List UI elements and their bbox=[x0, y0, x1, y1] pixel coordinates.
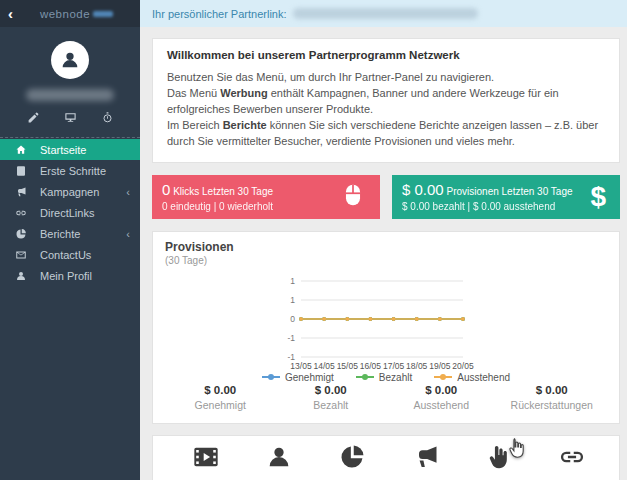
welcome-text-segment: Werbung bbox=[220, 87, 267, 99]
shortcut-directlinks[interactable]: DirectLinks bbox=[536, 445, 609, 480]
summary-label: Ausstehend bbox=[386, 399, 497, 411]
svg-text:14/05: 14/05 bbox=[314, 361, 336, 371]
legend-swatch bbox=[262, 376, 280, 378]
sidebar: ‹ webnode StartseiteErste SchritteKampag… bbox=[0, 0, 140, 480]
summary-value: $ 0.00 bbox=[276, 384, 387, 396]
chart-subtitle: (30 Tage) bbox=[165, 255, 607, 266]
sidebar-header: ‹ webnode bbox=[0, 0, 140, 27]
summary-genehmigt: $ 0.00Genehmigt bbox=[165, 384, 276, 411]
topbar: Ihr persönlicher Partnerlink: bbox=[140, 0, 627, 27]
sidebar-item-label: Erste Schritte bbox=[40, 165, 106, 177]
commissions-stat-card[interactable]: $ 0.00 Provisionen Letzten 30 Tage $ 0.0… bbox=[392, 175, 620, 219]
monitor-icon[interactable] bbox=[64, 111, 77, 124]
sidebar-item-label: Startseite bbox=[40, 144, 86, 156]
click-icon bbox=[485, 443, 513, 475]
link-icon bbox=[15, 207, 27, 219]
shortcut-banner-links[interactable]: Banner & Links bbox=[462, 445, 535, 480]
stopwatch-icon[interactable] bbox=[101, 111, 114, 124]
sidebar-item-berichte[interactable]: Berichte‹ bbox=[0, 223, 140, 244]
sidebar-item-contactus[interactable]: ContactUs bbox=[0, 244, 140, 265]
clicks-stat-text: 0 Klicks Letzten 30 Tage 0 eindeutig | 0… bbox=[162, 181, 273, 212]
megaphone-icon bbox=[15, 186, 27, 198]
chart-title: Provisionen bbox=[165, 240, 607, 254]
svg-text:16/05: 16/05 bbox=[360, 361, 382, 371]
shortcut-mein-profil[interactable]: Mein Profil bbox=[242, 445, 315, 480]
clicks-stat-card[interactable]: 0 Klicks Letzten 30 Tage 0 eindeutig | 0… bbox=[152, 175, 380, 219]
svg-text:20/05: 20/05 bbox=[452, 361, 474, 371]
legend-swatch bbox=[356, 376, 374, 378]
sidebar-item-startseite[interactable]: Startseite bbox=[0, 139, 140, 160]
sidebar-item-label: DirectLinks bbox=[40, 207, 94, 219]
partner-link-redacted[interactable] bbox=[293, 8, 478, 19]
commissions-chart-card: Provisionen (30 Tage) 110-1-113/0514/051… bbox=[152, 231, 620, 424]
summary-bezahlt: $ 0.00Bezahlt bbox=[276, 384, 387, 411]
legend-label: Ausstehend bbox=[457, 372, 510, 383]
pie-icon bbox=[15, 228, 27, 240]
sidebar-item-mein-profil[interactable]: Mein Profil bbox=[0, 265, 140, 286]
book-icon bbox=[15, 165, 27, 177]
sidebar-item-label: Berichte bbox=[40, 228, 80, 240]
stat-cards-row: 0 Klicks Letzten 30 Tage 0 eindeutig | 0… bbox=[152, 175, 620, 219]
user-icon bbox=[59, 49, 81, 71]
mail-icon bbox=[15, 249, 27, 261]
welcome-title: Willkommen bei unserem Partnerprogramm N… bbox=[167, 49, 605, 61]
summary-label: Bezahlt bbox=[276, 399, 387, 411]
shortcut-affiliate-panel-tutorial-video[interactable]: Affiliate panel tutorial video bbox=[169, 445, 242, 480]
sidebar-item-kampagnen[interactable]: Kampagnen‹ bbox=[0, 181, 140, 202]
commissions-label: Provisionen Letzten 30 Tage bbox=[447, 186, 573, 197]
welcome-text-segment: Benutzen Sie das Menü, um durch Ihr Part… bbox=[167, 71, 494, 83]
shortcut-kampagnen[interactable]: Kampagnen bbox=[389, 445, 462, 480]
summary-value: $ 0.00 bbox=[497, 384, 608, 396]
commissions-chart: 110-1-113/0514/0515/0516/0517/0518/0519/… bbox=[279, 277, 479, 385]
chevron-left-icon: ‹ bbox=[126, 228, 130, 240]
video-icon bbox=[192, 443, 220, 475]
summary-ausstehend: $ 0.00Ausstehend bbox=[386, 384, 497, 411]
clicks-sub: 0 eindeutig | 0 wiederholt bbox=[162, 201, 273, 212]
legend-item-ausstehend[interactable]: Ausstehend bbox=[434, 372, 510, 383]
commissions-value: $ 0.00 bbox=[402, 181, 444, 198]
legend-item-genehmigt[interactable]: Genehmigt bbox=[262, 372, 334, 383]
summary-label: Genehmigt bbox=[165, 399, 276, 411]
legend-label: Genehmigt bbox=[285, 372, 334, 383]
legend-label: Bezahlt bbox=[379, 372, 412, 383]
pencil-icon[interactable] bbox=[27, 111, 40, 124]
logo-suffix-redacted bbox=[93, 11, 113, 17]
sidebar-item-erste-schritte[interactable]: Erste Schritte bbox=[0, 160, 140, 181]
profile-action-icons bbox=[0, 111, 140, 124]
clicks-label: Klicks Letzten 30 Tage bbox=[173, 186, 273, 197]
user-icon bbox=[265, 443, 293, 475]
app-logo-text: webnode bbox=[40, 8, 90, 20]
welcome-text-segment: Im Bereich bbox=[167, 119, 223, 131]
home-icon bbox=[15, 144, 27, 156]
summary-r-ckerstattungen: $ 0.00Rückerstattungen bbox=[497, 384, 608, 411]
welcome-text-segment: Berichte bbox=[223, 119, 267, 131]
clicks-value: 0 bbox=[162, 181, 170, 198]
commissions-sub: $ 0.00 bezahlt | $ 0.00 ausstehend bbox=[402, 201, 573, 212]
summary-stats-row: $ 0.00Genehmigt$ 0.00Bezahlt$ 0.00Ausste… bbox=[165, 384, 607, 411]
svg-text:-1: -1 bbox=[287, 333, 295, 343]
welcome-panel: Willkommen bei unserem Partnerprogramm N… bbox=[152, 38, 620, 163]
chart-plot: 110-1-113/0514/0515/0516/0517/0518/0519/… bbox=[279, 277, 479, 385]
username-redacted bbox=[26, 89, 114, 101]
profile-section bbox=[0, 27, 140, 124]
affiliate-dashboard: ‹ webnode StartseiteErste SchritteKampag… bbox=[0, 0, 627, 480]
pie-icon bbox=[338, 443, 366, 475]
welcome-text: Benutzen Sie das Menü, um durch Ihr Part… bbox=[167, 70, 605, 150]
legend-swatch bbox=[434, 376, 452, 378]
sidebar-item-label: Mein Profil bbox=[40, 270, 92, 282]
main-content: Willkommen bei unserem Partnerprogramm N… bbox=[140, 27, 627, 480]
shortcuts-panel: Affiliate panel tutorial videoMein Profi… bbox=[152, 435, 620, 480]
sidebar-item-label: Kampagnen bbox=[40, 186, 99, 198]
partner-link-label: Ihr persönlicher Partnerlink: bbox=[152, 8, 287, 20]
app-logo: webnode bbox=[21, 8, 132, 20]
shortcut-berichte[interactable]: Berichte bbox=[316, 445, 389, 480]
link-icon bbox=[558, 443, 586, 475]
collapse-sidebar-chevron-icon[interactable]: ‹ bbox=[8, 6, 13, 21]
svg-text:13/05: 13/05 bbox=[290, 361, 312, 371]
legend-item-bezahlt[interactable]: Bezahlt bbox=[356, 372, 412, 383]
commissions-stat-text: $ 0.00 Provisionen Letzten 30 Tage $ 0.0… bbox=[402, 181, 573, 212]
svg-text:1: 1 bbox=[290, 295, 295, 305]
megaphone-icon bbox=[412, 443, 440, 475]
sidebar-item-directlinks[interactable]: DirectLinks bbox=[0, 202, 140, 223]
avatar[interactable] bbox=[51, 41, 89, 79]
